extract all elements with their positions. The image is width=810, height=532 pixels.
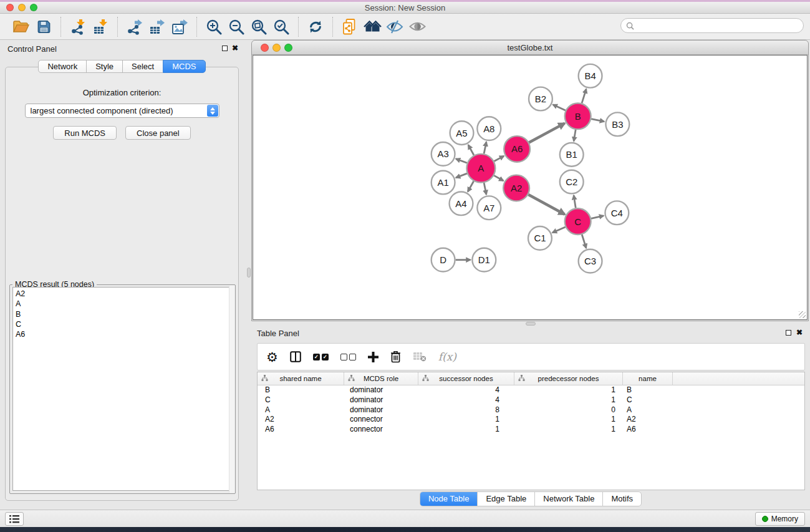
graph-node-C[interactable]: C (565, 208, 591, 235)
graph-edge-C-C1[interactable] (552, 227, 566, 233)
criterion-dropdown[interactable]: largest connected component (directed) (25, 104, 219, 118)
table-row[interactable]: Bdominator41B (258, 385, 804, 395)
graph-node-C3[interactable]: C3 (579, 249, 602, 273)
delete-column-trash-icon[interactable] (390, 347, 401, 366)
table-settings-gear-icon[interactable]: ⚙ (266, 347, 278, 366)
graph-node-D1[interactable]: D1 (472, 248, 496, 272)
graph-node-A4[interactable]: A4 (450, 191, 473, 215)
export-image-icon[interactable] (170, 17, 189, 37)
graph-node-C4[interactable]: C4 (605, 201, 629, 225)
graph-edge-C-C3[interactable] (582, 235, 586, 248)
export-network-icon[interactable] (125, 17, 144, 37)
zoom-window-button[interactable] (30, 4, 37, 11)
refresh-view-icon[interactable] (306, 17, 325, 37)
mcds-result-item[interactable]: A (16, 299, 232, 309)
deselect-all-icon[interactable] (340, 347, 356, 366)
graph-node-C1[interactable]: C1 (528, 226, 552, 250)
tab-mcds[interactable]: MCDS (163, 60, 205, 73)
close-panel-icon[interactable]: ✖ (232, 44, 238, 52)
search-field[interactable] (620, 18, 804, 33)
graph-node-A6[interactable]: A6 (504, 136, 530, 162)
graph-edge-B-B3[interactable] (591, 119, 604, 122)
node-table[interactable]: shared name MCDS role successor nodes pr… (257, 372, 805, 490)
graph-edge-A-A7[interactable] (484, 183, 486, 195)
tab-edge-table[interactable]: Edge Table (477, 492, 534, 506)
graph-node-C2[interactable]: C2 (560, 170, 584, 194)
close-window-button[interactable] (6, 4, 14, 11)
graph-edge-A2-C[interactable] (528, 195, 564, 215)
zoom-out-icon[interactable] (227, 17, 246, 37)
clone-network-icon[interactable] (340, 17, 359, 37)
column-header-mcds-role[interactable]: MCDS role (344, 372, 418, 385)
column-header-successor-nodes[interactable]: successor nodes (418, 372, 514, 385)
close-table-panel-icon[interactable]: ✖ (796, 328, 803, 337)
neighbors-home-icon[interactable] (363, 17, 382, 37)
graph-edge-B-B1[interactable] (574, 130, 576, 141)
table-row[interactable]: A6connector11A6 (258, 425, 804, 435)
table-row[interactable]: Adominator80A (258, 405, 804, 415)
show-selection-eye-icon[interactable] (408, 17, 427, 37)
column-header-shared-name[interactable]: shared name (258, 372, 344, 385)
graph-edge-A6-B[interactable] (529, 123, 564, 143)
graph-node-B2[interactable]: B2 (529, 87, 552, 111)
memory-button[interactable]: Memory (755, 512, 805, 526)
graph-node-A3[interactable]: A3 (432, 142, 455, 166)
mcds-result-item[interactable]: B (16, 309, 232, 319)
hide-selection-eye-slash-icon[interactable] (385, 17, 404, 37)
graph-edge-B-B4[interactable] (582, 89, 586, 104)
graph-edge-C-C4[interactable] (591, 216, 604, 218)
graph-edge-A-A2[interactable] (494, 175, 503, 180)
close-panel-button[interactable]: Close panel (125, 126, 191, 140)
graph-edge-C-C2[interactable] (574, 195, 576, 208)
search-input[interactable] (637, 21, 803, 30)
graph-node-B3[interactable]: B3 (605, 112, 629, 136)
titlebar[interactable]: Session: New Session (0, 2, 810, 14)
graph-node-A7[interactable]: A7 (477, 196, 501, 220)
table-row[interactable]: Cdominator41C (258, 395, 804, 405)
tab-motifs[interactable]: Motifs (602, 492, 641, 506)
graph-edge-A-A6[interactable] (494, 156, 504, 161)
network-view-window[interactable]: testGlobe.txt AA1A2A3A4A5A6A7A8BB1B2B3B4… (251, 40, 809, 321)
tab-select[interactable]: Select (122, 60, 163, 73)
float-panel-icon[interactable] (222, 46, 228, 51)
network-close-button[interactable] (261, 44, 269, 52)
open-session-icon[interactable] (12, 17, 31, 37)
float-table-panel-icon[interactable] (786, 330, 791, 336)
network-minimize-button[interactable] (272, 44, 281, 52)
task-history-button[interactable] (5, 512, 24, 526)
horizontal-splitter-handle[interactable] (526, 322, 536, 326)
window-resize-grip[interactable] (799, 311, 806, 318)
table-row[interactable]: A2connector11A2 (258, 415, 804, 425)
tab-network[interactable]: Network (38, 60, 87, 73)
graph-edge-B-B2[interactable] (553, 105, 566, 110)
network-window-titlebar[interactable]: testGlobe.txt (252, 41, 808, 55)
tab-node-table[interactable]: Node Table (420, 492, 478, 506)
graph-node-B1[interactable]: B1 (560, 143, 584, 167)
select-all-icon[interactable]: ✓✓ (313, 347, 329, 366)
mcds-result-item[interactable]: A2 (16, 289, 232, 299)
graph-node-D[interactable]: D (432, 248, 455, 272)
mcds-result-list[interactable]: A2ABCA6 (12, 287, 233, 491)
graph-edge-A-A1[interactable] (456, 173, 467, 178)
graph-node-A8[interactable]: A8 (477, 117, 501, 140)
import-table-icon[interactable] (91, 17, 110, 37)
mcds-result-item[interactable]: C (16, 319, 232, 329)
network-zoom-button[interactable] (284, 44, 292, 52)
tab-network-table[interactable]: Network Table (534, 492, 602, 506)
mcds-result-scrollbar[interactable] (229, 286, 234, 493)
graph-edge-A-A3[interactable] (456, 159, 467, 163)
graph-node-A1[interactable]: A1 (432, 171, 455, 195)
graph-edge-A-A5[interactable] (468, 145, 474, 155)
save-session-icon[interactable] (34, 17, 53, 37)
column-visibility-icon[interactable] (290, 347, 301, 366)
minimize-window-button[interactable] (18, 4, 26, 11)
graph-node-A2[interactable]: A2 (503, 175, 529, 201)
zoom-in-icon[interactable] (205, 17, 223, 37)
zoom-selected-icon[interactable] (272, 17, 291, 37)
graph-node-B[interactable]: B (565, 103, 591, 129)
export-table-icon[interactable] (148, 17, 166, 37)
graph-node-A5[interactable]: A5 (450, 121, 474, 145)
import-network-icon[interactable] (69, 17, 87, 37)
tab-style[interactable]: Style (86, 60, 123, 73)
graph-node-A[interactable]: A (466, 154, 495, 183)
